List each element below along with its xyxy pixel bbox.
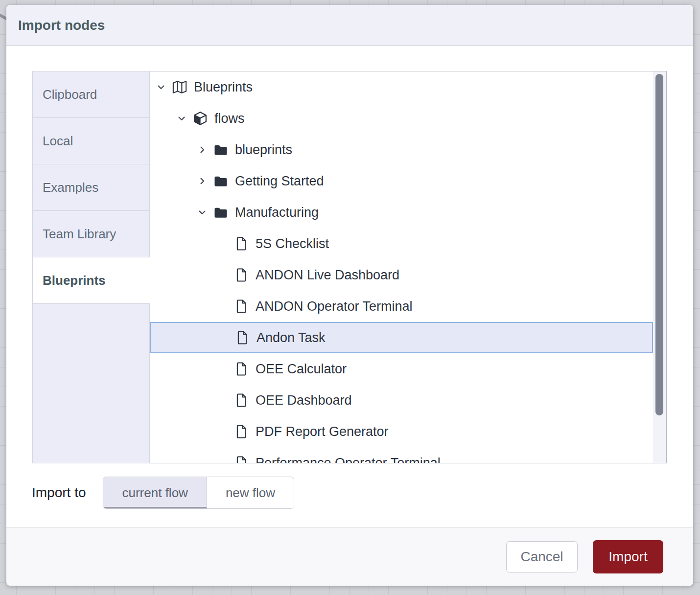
tree-scrollbar-thumb[interactable] [655, 74, 663, 415]
file-icon [233, 267, 249, 283]
chevron-down-icon[interactable] [196, 205, 213, 220]
chevron-right-icon[interactable] [196, 173, 213, 189]
file-icon [233, 236, 249, 252]
tree-item-label: OEE Calculator [256, 362, 347, 377]
tree-item-label: ANDON Operator Terminal [256, 299, 413, 314]
dialog-title: Import nodes [6, 18, 105, 33]
tree-item-label: PDF Report Generator [256, 424, 389, 439]
chevron-spacer [217, 298, 233, 314]
folder-icon [213, 173, 229, 189]
tab-local[interactable]: Local [32, 117, 150, 164]
library-tree: BlueprintsflowsblueprintsGetting Started… [150, 71, 667, 463]
import-target-toggle: current flow new flow [103, 477, 294, 509]
cancel-button[interactable]: Cancel [506, 541, 578, 572]
file-icon [233, 455, 249, 463]
chevron-spacer [217, 267, 233, 283]
tree-row[interactable]: PDF Report Generator [150, 416, 653, 447]
file-icon [234, 330, 250, 345]
new-flow-toggle[interactable]: new flow [207, 477, 294, 508]
package-icon [192, 111, 208, 126]
tree-row[interactable]: Blueprints [150, 71, 653, 103]
tree-row[interactable]: OEE Dashboard [150, 385, 653, 416]
tab-examples[interactable]: Examples [32, 164, 150, 211]
tree-row[interactable]: OEE Calculator [150, 353, 653, 385]
library-tabs: ClipboardLocalExamplesTeam LibraryBluepr… [32, 71, 150, 463]
tree-scrollbar-track [653, 71, 666, 463]
tree-item-label: Blueprints [194, 80, 253, 95]
map-icon [172, 79, 187, 95]
tab-clipboard[interactable]: Clipboard [32, 71, 150, 118]
folder-icon [213, 205, 229, 220]
tree-item-label: OEE Dashboard [256, 393, 352, 408]
tabs-filler [32, 303, 150, 463]
tree-row[interactable]: Getting Started [150, 165, 653, 197]
tree-item-label: Manufacturing [235, 205, 319, 220]
tree-rows: BlueprintsflowsblueprintsGetting Started… [150, 71, 666, 463]
tree-item-label: 5S Checklist [256, 236, 329, 252]
tree-item-label: Performance Operator Terminal [256, 456, 441, 464]
tree-item-label: Andon Task [257, 330, 326, 345]
tree-row[interactable]: ANDON Live Dashboard [150, 259, 653, 291]
tree-row[interactable]: Andon Task [150, 322, 653, 353]
folder-icon [213, 142, 229, 158]
file-icon [233, 392, 249, 408]
chevron-spacer [218, 330, 234, 345]
import-to-label: Import to [32, 485, 86, 501]
file-icon [233, 361, 249, 377]
chevron-right-icon[interactable] [196, 142, 213, 158]
tab-team-library[interactable]: Team Library [32, 210, 150, 257]
tree-row[interactable]: 5S Checklist [150, 228, 653, 259]
file-icon [233, 424, 249, 439]
dialog-footer: Cancel Import [6, 527, 693, 586]
chevron-spacer [217, 236, 233, 252]
tree-item-label: Getting Started [235, 174, 324, 189]
tree-item-label: blueprints [235, 142, 292, 158]
chevron-spacer [217, 361, 233, 377]
chevron-spacer [217, 392, 233, 408]
tree-row[interactable]: Manufacturing [150, 197, 653, 228]
tab-blueprints[interactable]: Blueprints [32, 257, 150, 304]
chevron-down-icon[interactable] [155, 79, 172, 95]
chevron-spacer [217, 455, 233, 463]
chevron-spacer [217, 424, 233, 439]
import-nodes-dialog: Import nodes ClipboardLocalExamplesTeam … [6, 5, 693, 586]
current-flow-toggle[interactable]: current flow [103, 477, 206, 508]
tree-row[interactable]: blueprints [150, 134, 653, 165]
chevron-down-icon[interactable] [176, 111, 192, 126]
dialog-header: Import nodes [6, 5, 693, 46]
tree-item-label: ANDON Live Dashboard [256, 268, 399, 283]
tree-row[interactable]: Performance Operator Terminal [150, 447, 653, 463]
file-icon [233, 298, 249, 314]
import-to-row: Import to current flow new flow [32, 477, 294, 509]
tree-row[interactable]: ANDON Operator Terminal [150, 291, 653, 322]
tree-item-label: flows [214, 111, 245, 126]
workspace-background: Import nodes ClipboardLocalExamplesTeam … [0, 0, 700, 595]
tree-row[interactable]: flows [150, 103, 653, 134]
import-button[interactable]: Import [593, 540, 663, 573]
